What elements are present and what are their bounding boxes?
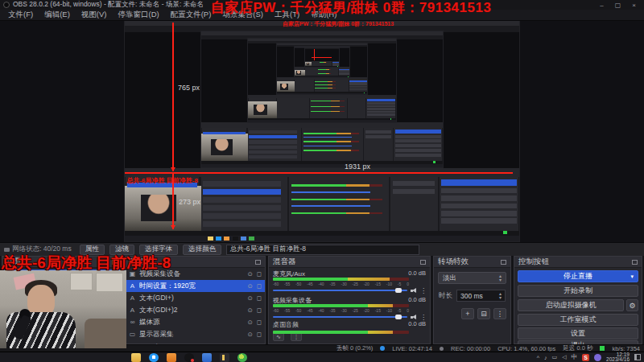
media-icon: ∞	[129, 319, 136, 326]
mirror-score: 总共-6局净胜 目前净胜-8	[126, 176, 197, 185]
lock-icon[interactable]: ◻	[257, 331, 262, 338]
add-transition-button[interactable]: +	[461, 308, 474, 319]
channel-menu-icon[interactable]: ⋮	[420, 315, 427, 320]
menu-profile[interactable]: 配置文件(P)	[166, 9, 217, 21]
audio-meter	[273, 304, 409, 307]
text-icon: A	[129, 282, 136, 290]
studio-mode-button[interactable]: 工作室模式	[518, 314, 638, 326]
chevron-updown-icon: ▴▾	[499, 274, 502, 282]
channel-menu-icon[interactable]: ⋮	[420, 288, 427, 294]
obs-logo-icon	[3, 2, 10, 8]
taskbar-app2-icon[interactable]	[220, 353, 229, 362]
lock-icon[interactable]: ◻	[257, 319, 262, 326]
display-capture-icon: ▭	[129, 331, 136, 338]
text-icon: A	[129, 306, 136, 314]
transition-menu-button[interactable]: ⋮	[493, 308, 506, 319]
dock-popout-icon[interactable]	[255, 260, 261, 265]
settings-button[interactable]: 设置	[518, 327, 638, 339]
start-virtual-camera-button[interactable]: 启动虚拟摄像机	[518, 299, 624, 311]
mixer-dock: 混音器 麦克风/Aux 0.0 dB -60-55-50-45-40-35-30…	[268, 256, 431, 344]
taskbar-clock[interactable]: 12:192023/4/16	[606, 352, 630, 362]
source-item[interactable]: A 文本(GDI+) ⊙◻	[126, 292, 265, 304]
dock-popout-icon[interactable]	[501, 260, 506, 265]
text-icon: A	[129, 294, 136, 302]
lock-icon[interactable]: ◻	[257, 306, 262, 314]
speaker-icon[interactable]	[411, 288, 417, 294]
speaker-icon[interactable]	[411, 315, 417, 320]
preview-canvas[interactable]: 自家店PW：千分猛男/甜妹 0群：791341513总共-6局净胜 目前净胜-8…	[0, 21, 644, 242]
visibility-icon[interactable]: ⊙	[247, 294, 252, 302]
lock-icon[interactable]: ◻	[257, 294, 262, 302]
lock-icon[interactable]: ◻	[257, 282, 262, 290]
visibility-icon[interactable]: ⊙	[247, 331, 252, 338]
obs-main-window: OBS 28.0.2 (64-bit, windows) - 配置文件: 未命名…	[0, 0, 644, 362]
volume-slider[interactable]	[273, 290, 407, 291]
meter-ticks: -60-55-50-45-40-35-30-25-20-15-10-50	[273, 282, 409, 286]
taskbar-globe-icon[interactable]	[237, 353, 247, 362]
windows-taskbar: ^ ♪ ▭ ◁ 中 S 12:192023/4/16	[0, 352, 644, 362]
ruler-line-1931	[125, 172, 513, 174]
source-item[interactable]: ▭ 显示器采集 ⊙◻	[126, 328, 265, 340]
mixer-channel-db: 0.0 dB	[408, 296, 426, 305]
cabinet	[70, 273, 93, 290]
duration-input[interactable]: 300 ms ▴▾	[456, 290, 506, 302]
audio-meter	[273, 331, 409, 334]
ruler-arrow	[171, 225, 175, 229]
taskbar-app-icon[interactable]	[202, 353, 212, 362]
tray-display-icon[interactable]: ▭	[552, 354, 558, 360]
source-item[interactable]: A 文本(GDI+)2 ⊙◻	[126, 304, 265, 316]
notification-center-icon[interactable]	[634, 354, 641, 360]
start-recording-button[interactable]: 开始录制	[518, 285, 638, 297]
visibility-icon[interactable]: ⊙	[247, 270, 252, 278]
menu-file[interactable]: 文件(F)	[3, 9, 38, 21]
taskbar-obs-icon[interactable]	[184, 353, 194, 362]
text-source-input[interactable]: 总共-6局净胜 目前净胜-8	[226, 245, 419, 255]
lock-icon[interactable]: ◻	[257, 270, 262, 278]
visibility-icon[interactable]: ⊙	[247, 319, 252, 326]
tray-mic-icon[interactable]: ♪	[544, 355, 547, 360]
tray-expand-icon[interactable]: ^	[537, 355, 539, 360]
menu-edit[interactable]: 编辑(E)	[39, 9, 75, 21]
taskbar-game-icon[interactable]	[167, 353, 176, 362]
mirror-level-6	[305, 48, 339, 68]
duration-label: 时长	[439, 291, 452, 301]
meter-ticks: -60-55-50-45-40-35-30-25-20-15-10-50	[273, 308, 409, 313]
tray-sogou-icon[interactable]: S	[582, 354, 589, 361]
tray-ime[interactable]: 中	[572, 353, 578, 361]
visibility-icon[interactable]: ⊙	[247, 282, 252, 290]
network-health-indicator	[600, 346, 605, 351]
ruler-label-1931: 1931 px	[345, 162, 370, 171]
tray-app-icon[interactable]	[594, 354, 601, 361]
dock-popout-icon[interactable]	[420, 260, 426, 265]
minimize-button[interactable]: –	[600, 2, 603, 9]
camera-icon	[4, 248, 10, 252]
webcam-overlay	[0, 270, 126, 348]
taskbar-browser-icon[interactable]	[149, 353, 159, 362]
ruler-label-765: 765 px	[178, 84, 200, 92]
dock-popout-icon[interactable]	[632, 260, 638, 265]
chevron-down-icon[interactable]: ▾	[630, 274, 634, 280]
tray-volume-icon[interactable]: ◁	[562, 354, 566, 360]
stop-streaming-button[interactable]: 停止直播▾	[518, 270, 638, 282]
close-button[interactable]: ×	[632, 2, 636, 9]
remove-transition-button[interactable]: ⊟	[477, 308, 490, 319]
cabinet	[96, 273, 123, 292]
menu-docks[interactable]: 停靠窗口(D)	[113, 9, 163, 21]
sofa	[85, 319, 126, 348]
volume-slider[interactable]	[273, 316, 407, 318]
source-item-selected[interactable]: A 时间设置：1920宽 ⊙◻	[126, 280, 265, 292]
source-item[interactable]: ∞ 媒体源 ⊙◻	[126, 316, 265, 328]
select-color-button[interactable]: 选择颜色	[183, 245, 221, 255]
transition-select[interactable]: 淡出 ▴▾	[438, 272, 506, 284]
recursive-mirror: 自家店PW：千分猛男/甜妹 0群：791341513总共-6局净胜 目前净胜-8…	[0, 21, 644, 242]
mirror-banner: 自家店PW：千分猛男/甜妹 0群：791341513	[283, 21, 394, 28]
ruler-arrow	[171, 167, 175, 171]
spinner-icon[interactable]: ▴▾	[499, 292, 502, 300]
menu-view[interactable]: 视图(V)	[76, 9, 112, 21]
virtual-camera-settings-icon[interactable]: ⚙	[626, 299, 638, 311]
stream-info-banner: 自家店PW：千分猛男/甜妹 0群：791341513	[211, 0, 491, 17]
system-tray: ^ ♪ ▭ ◁ 中 S 12:192023/4/16	[537, 352, 644, 362]
visibility-icon[interactable]: ⊙	[247, 306, 252, 314]
maximize-button[interactable]: ▢	[615, 2, 621, 9]
taskbar-explorer-icon[interactable]	[131, 353, 141, 362]
